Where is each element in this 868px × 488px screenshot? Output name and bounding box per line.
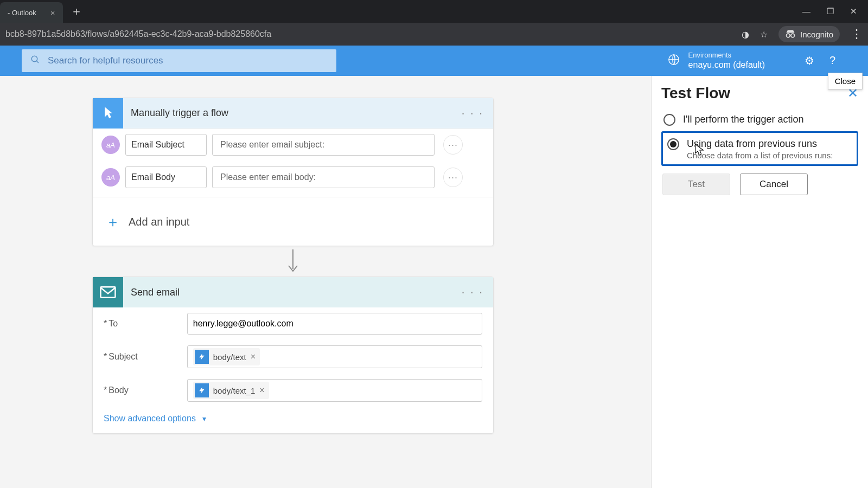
to-field[interactable]: [187, 313, 482, 335]
action-card-send-email: Send email · · · *To *Subject body/text: [92, 277, 494, 434]
radio-icon[interactable]: [663, 114, 675, 126]
to-input[interactable]: [193, 319, 476, 329]
param-value-input[interactable]: [212, 166, 435, 188]
address-bar[interactable]: bcb8-897b1a5d8b63/flows/a962445a-ec3c-42…: [0, 23, 868, 46]
flow-token-icon: [195, 383, 209, 397]
test-button[interactable]: Test: [662, 174, 730, 195]
param-name-input[interactable]: [125, 166, 207, 188]
radio-option-manual[interactable]: I'll perform the trigger action: [661, 107, 858, 131]
add-input-button[interactable]: ＋ Add an input: [93, 201, 493, 246]
tab-close-icon[interactable]: ×: [50, 8, 55, 17]
search-input[interactable]: [48, 55, 328, 66]
trigger-card-header[interactable]: Manually trigger a flow · · ·: [93, 98, 493, 129]
label-subject: Subject: [108, 352, 137, 361]
dynamic-token[interactable]: body/text_1 ×: [193, 382, 269, 399]
add-input-label: Add an input: [129, 216, 189, 228]
action-title: Send email: [123, 287, 451, 298]
action-card-header[interactable]: Send email · · ·: [93, 277, 493, 307]
environment-label: Environments: [688, 51, 765, 60]
window-maximize-icon[interactable]: ❐: [827, 7, 834, 16]
pointer-icon: [93, 98, 123, 129]
param-name-input[interactable]: [125, 134, 207, 156]
param-menu-icon[interactable]: ···: [443, 135, 463, 155]
label-to: To: [108, 319, 118, 328]
trigger-card: Manually trigger a flow · · · aA ··· aA …: [92, 98, 494, 246]
search-icon: [30, 55, 40, 67]
flow-token-icon: [195, 350, 209, 364]
svg-rect-6: [101, 287, 116, 298]
svg-line-3: [36, 61, 39, 63]
subject-field[interactable]: body/text ×: [187, 345, 482, 368]
param-value-input[interactable]: [212, 134, 435, 156]
field-row-body: *Body body/text_1 ×: [93, 374, 493, 407]
radio-sublabel: Choose data from a list of previous runs…: [687, 151, 833, 160]
text-badge-icon: aA: [101, 168, 120, 187]
browser-tab-strip: - Outlook × ＋ — ❐ ✕: [0, 0, 868, 23]
panel-title: Test Flow: [661, 85, 730, 102]
browser-menu-icon[interactable]: ⋮: [851, 28, 863, 40]
url-text: bcb8-897b1a5d8b63/flows/a962445a-ec3c-42…: [5, 29, 271, 39]
plus-icon: ＋: [106, 213, 120, 232]
incognito-label: Incognito: [800, 30, 833, 39]
token-remove-icon[interactable]: ×: [251, 352, 256, 362]
browser-tab[interactable]: - Outlook ×: [0, 2, 63, 23]
window-close-icon[interactable]: ✕: [850, 7, 857, 16]
test-flow-panel: Test Flow ✕ I'll perform the trigger act…: [651, 76, 868, 488]
search-box[interactable]: [22, 49, 336, 72]
flow-arrow-icon: [92, 246, 494, 277]
body-field[interactable]: body/text_1 ×: [187, 379, 482, 402]
token-label: body/text: [213, 352, 246, 362]
radio-option-previous-runs[interactable]: Using data from previous runs Choose dat…: [661, 131, 858, 165]
app-header: Environments enayu.com (default) ⚙ ? Clo…: [0, 46, 868, 76]
chevron-down-icon: ▾: [202, 414, 206, 423]
svg-point-0: [787, 34, 790, 37]
trigger-title: Manually trigger a flow: [123, 107, 451, 119]
globe-icon: [668, 54, 680, 68]
field-row-to: *To: [93, 307, 493, 340]
new-tab-button[interactable]: ＋: [71, 3, 82, 20]
tab-title: - Outlook: [8, 9, 36, 17]
token-label: body/text_1: [213, 386, 256, 395]
window-controls: — ❐ ✕: [802, 7, 868, 16]
label-body: Body: [108, 386, 128, 395]
mail-icon: [93, 277, 123, 307]
window-minimize-icon[interactable]: —: [802, 7, 810, 16]
action-menu-icon[interactable]: · · ·: [451, 285, 493, 299]
help-icon[interactable]: ?: [829, 54, 835, 67]
environment-picker[interactable]: Environments enayu.com (default): [668, 51, 765, 70]
eye-off-icon[interactable]: ◑: [742, 29, 749, 40]
show-advanced-label: Show advanced options: [104, 414, 196, 423]
text-badge-icon: aA: [101, 136, 120, 154]
svg-point-1: [791, 34, 795, 37]
incognito-badge[interactable]: Incognito: [778, 26, 840, 42]
param-row: aA ···: [93, 161, 493, 194]
radio-label: I'll perform the trigger action: [683, 113, 804, 126]
cancel-button[interactable]: Cancel: [740, 174, 808, 195]
token-remove-icon[interactable]: ×: [259, 386, 264, 395]
dynamic-token[interactable]: body/text ×: [193, 348, 260, 365]
radio-icon[interactable]: [667, 138, 679, 150]
flow-canvas: Manually trigger a flow · · · aA ··· aA …: [0, 76, 868, 488]
radio-label: Using data from previous runs: [687, 137, 833, 150]
bookmark-star-icon[interactable]: ☆: [760, 29, 768, 40]
svg-point-2: [31, 56, 37, 62]
field-row-subject: *Subject body/text ×: [93, 340, 493, 374]
param-row: aA ···: [93, 129, 493, 161]
close-tooltip: Close: [828, 73, 863, 89]
incognito-icon: [785, 29, 796, 40]
environment-name: enayu.com (default): [688, 60, 765, 70]
trigger-menu-icon[interactable]: · · ·: [451, 106, 493, 120]
settings-icon[interactable]: ⚙: [805, 54, 814, 67]
show-advanced-toggle[interactable]: Show advanced options ▾: [93, 407, 493, 433]
param-menu-icon[interactable]: ···: [443, 168, 463, 187]
